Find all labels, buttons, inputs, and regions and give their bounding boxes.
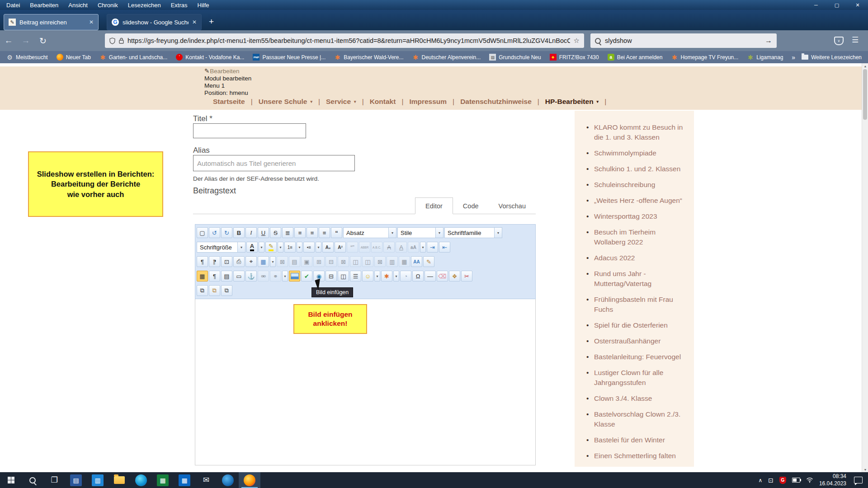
align-right-icon[interactable]: ≡ bbox=[319, 227, 330, 238]
taskbar-calendar-icon[interactable]: ▦ bbox=[174, 472, 195, 488]
outdent-icon[interactable]: ⇤ bbox=[439, 242, 450, 253]
paragraph-rtl-icon[interactable]: ¶ bbox=[209, 256, 220, 267]
bookmark-homepage-tv-freyun[interactable]: ✱Homepage TV Freyun... bbox=[671, 54, 738, 61]
menu-hilfe[interactable]: Hilfe bbox=[198, 2, 209, 9]
absatz-select[interactable]: Absatz▾ bbox=[343, 227, 396, 238]
taskbar-firefox-icon[interactable] bbox=[239, 472, 260, 488]
search-submit-icon[interactable]: → bbox=[765, 37, 772, 45]
antivirus-shield-icon[interactable]: G bbox=[779, 477, 786, 484]
sidebar-link-besuch-im-tierheim-wollaberg-2[interactable]: Besuch im Tierheim Wollaberg 2022 bbox=[585, 227, 685, 247]
menu-extras[interactable]: Extras bbox=[171, 2, 188, 9]
nav-item-datenschutzhinweise[interactable]: Datenschutzhinweise bbox=[454, 98, 538, 106]
italic-icon[interactable]: I bbox=[245, 227, 257, 238]
sidebar-link-rund-ums-jahr-muttertag-vatert[interactable]: Rund ums Jahr - Muttertag/Vatertag bbox=[585, 269, 685, 289]
pocket-icon[interactable]: ∨ bbox=[834, 37, 844, 45]
horizontal-rule-icon[interactable]: — bbox=[425, 271, 436, 282]
insert-link-dropdown-icon[interactable]: ▾ bbox=[282, 271, 288, 282]
taskbar-explorer-icon[interactable] bbox=[108, 472, 130, 488]
tab-code[interactable]: Code bbox=[453, 197, 489, 214]
menu-hamburger-icon[interactable]: ☰ bbox=[852, 35, 859, 45]
sidebar-link-schwimmolympiade[interactable]: Schwimmolympiade bbox=[585, 148, 685, 158]
chevron-down-icon[interactable]: ▾ bbox=[435, 228, 443, 238]
sidebar-link-bastelvorschlag-clown-2-3-klas[interactable]: Bastelvorschlag Clown 2./3. Klasse bbox=[585, 409, 685, 429]
tab-close-icon[interactable]: ✕ bbox=[89, 19, 94, 25]
reload-button[interactable]: ↻ bbox=[34, 36, 52, 46]
insert-list-icon[interactable]: ☰ bbox=[350, 271, 361, 282]
taskbar-clock[interactable]: 08:34 16.04.2023 bbox=[819, 473, 846, 487]
subscript-icon[interactable]: A₂ bbox=[322, 242, 334, 253]
bookmarks-overflow-icon[interactable]: » bbox=[792, 54, 795, 61]
sidebar-link-wintersporttag-2023[interactable]: Wintersporttag 2023 bbox=[585, 211, 685, 221]
small-caps-dropdown-icon[interactable]: ▾ bbox=[420, 242, 426, 253]
find-replace-icon[interactable]: ⌖ bbox=[245, 256, 257, 267]
paste-icon[interactable]: ⧉ bbox=[209, 285, 220, 296]
chevron-down-icon[interactable]: ▾ bbox=[494, 228, 502, 238]
back-button[interactable]: ← bbox=[0, 36, 17, 46]
bookmark-grundschule-neu[interactable]: ▨Grundschule Neu bbox=[489, 54, 541, 61]
strikethrough-icon[interactable]: S bbox=[270, 227, 281, 238]
ordered-list-icon[interactable]: 1≡ bbox=[284, 242, 296, 253]
insert-pagebreak-icon[interactable]: ▤ bbox=[221, 271, 232, 282]
insert-readmore-icon[interactable]: ▭ bbox=[233, 271, 245, 282]
tray-chevron-icon[interactable]: ∧ bbox=[758, 477, 762, 483]
module-edit-link[interactable]: Modul bearbeiten bbox=[204, 75, 251, 82]
nav-item-unsere-schule[interactable]: Unsere Schule▾ bbox=[253, 98, 318, 106]
notification-center-icon[interactable] bbox=[854, 477, 863, 483]
sidebar-link-klaro-kommt-zu-besuch-in-die-1[interactable]: KLARO kommt zu Besuch in die 1. und 3. K… bbox=[585, 122, 685, 142]
indent-icon[interactable]: ⇥ bbox=[427, 242, 438, 253]
clean-up-icon[interactable]: ❖ bbox=[449, 271, 460, 282]
title-input[interactable] bbox=[193, 123, 306, 138]
align-left-icon[interactable]: ≡ bbox=[307, 227, 318, 238]
sidebar-link-spiel-für-die-osterferien[interactable]: Spiel für die Osterferien bbox=[585, 320, 685, 330]
fullscreen-icon[interactable]: ⊡ bbox=[221, 256, 232, 267]
insert-datetime-icon[interactable]: ◔ bbox=[400, 271, 411, 282]
highlight-color-dropdown-icon[interactable]: ▾ bbox=[278, 242, 283, 253]
sidebar-link-weites-herz-offene-augen[interactable]: „Weites Herz -offene Augen“ bbox=[585, 196, 685, 206]
bookmark-neuer-tab[interactable]: Neuer Tab bbox=[57, 54, 91, 61]
blockquote-icon[interactable]: “ bbox=[331, 227, 342, 238]
print-icon[interactable]: ⎙ bbox=[233, 256, 245, 267]
close-button[interactable]: ✕ bbox=[847, 0, 868, 10]
bookmark-deutscher-alpenverein[interactable]: ✱Deutscher Alpenverein... bbox=[412, 54, 481, 61]
shield-icon[interactable] bbox=[109, 38, 115, 44]
schriftgröße-select[interactable]: Schriftgröße▾ bbox=[197, 242, 245, 253]
align-center-icon[interactable]: ≡ bbox=[294, 227, 306, 238]
insert-table-dropdown-icon[interactable]: ▾ bbox=[270, 256, 276, 267]
bookmark-bayerischer-wald-vere[interactable]: ✱Bayerischer Wald-Vere... bbox=[334, 54, 403, 61]
sidebar-link-lustiger-clown-für-alle-jahrga[interactable]: Lustiger Clown für alle Jahrgangsstufen bbox=[585, 368, 685, 388]
sidebar-link-frühlingsbasteln-mit-frau-fuch[interactable]: Frühlingsbasteln mit Frau Fuchs bbox=[585, 295, 685, 314]
joomla-content-dropdown-icon[interactable]: ▾ bbox=[393, 271, 399, 282]
menu-lesezeichen[interactable]: Lesezeichen bbox=[128, 2, 161, 9]
insert-template-icon[interactable]: ✎ bbox=[423, 256, 434, 267]
taskbar-word-icon[interactable]: ▤ bbox=[65, 472, 87, 488]
insert-table-icon[interactable]: ▦ bbox=[258, 256, 269, 267]
tab-vorschau[interactable]: Vorschau bbox=[489, 197, 536, 214]
bookmark-meistbesucht[interactable]: ⚙Meistbesucht bbox=[6, 54, 48, 61]
ordered-list-dropdown-icon[interactable]: ▾ bbox=[297, 242, 302, 253]
taskbar-excel-icon[interactable]: ▦ bbox=[152, 472, 174, 488]
edit-link[interactable]: ✎Bearbeiten bbox=[204, 68, 251, 75]
text-color-dropdown-icon[interactable]: ▾ bbox=[259, 242, 264, 253]
scroll-up-icon[interactable]: ▲ bbox=[862, 63, 868, 69]
visual-aid-icon[interactable]: AA bbox=[411, 256, 422, 267]
underline-icon[interactable]: U bbox=[258, 227, 269, 238]
align-justify-icon[interactable]: ≣ bbox=[282, 227, 293, 238]
chevron-down-icon[interactable]: ▾ bbox=[237, 242, 245, 252]
sidebar-link-clown-3-4-klasse[interactable]: Clown 3./4. Klasse bbox=[585, 394, 685, 404]
insert-image-icon[interactable] bbox=[289, 271, 300, 282]
address-bar[interactable]: https://gs-freyung.de/index.php/ct-menu1… bbox=[105, 33, 584, 48]
schriftfamilie-select[interactable]: Schriftfamilie▾ bbox=[444, 227, 502, 238]
sidebar-link-adacus-2022[interactable]: Adacus 2022 bbox=[585, 253, 685, 263]
bookmark-kontakt-vodafone-ka[interactable]: ’Kontakt - Vodafone Ka... bbox=[176, 54, 244, 61]
joomla-content-icon[interactable]: ✱ bbox=[381, 271, 392, 282]
chevron-down-icon[interactable]: ▾ bbox=[388, 228, 396, 238]
tab-slideshow-google-suche[interactable]: Gslideshow - Google Suche✕ bbox=[107, 14, 202, 30]
taskbar-thunderbird-icon[interactable] bbox=[217, 472, 239, 488]
style-properties-icon[interactable]: ◫ bbox=[338, 271, 349, 282]
search-input[interactable]: slydshow bbox=[605, 37, 761, 44]
taskbar-store-icon[interactable]: ▥ bbox=[87, 472, 108, 488]
taskbar-search-icon[interactable] bbox=[22, 472, 43, 488]
highlight-color-icon[interactable]: ✎ bbox=[265, 242, 277, 253]
emoticons-dropdown-icon[interactable]: ▾ bbox=[374, 271, 380, 282]
sidebar-link-osterstraußanhänger[interactable]: Osterstraußanhänger bbox=[585, 336, 685, 346]
